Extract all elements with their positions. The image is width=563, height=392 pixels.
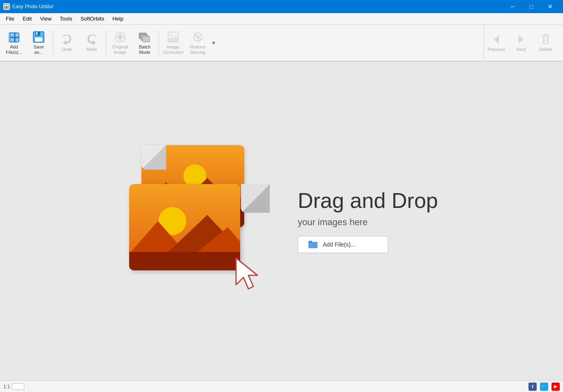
undo-icon (60, 33, 74, 46)
toolbar-undo-button[interactable]: Undo (55, 26, 79, 59)
folder-icon (308, 240, 318, 249)
toolbar-original-button[interactable]: Original Image (108, 26, 132, 59)
batch-icon (138, 30, 151, 44)
add-files-button[interactable]: Add File(s)... (298, 236, 388, 253)
reduce-icon (191, 30, 204, 44)
drop-zone-container: Drag and Drop your images here Add File(… (125, 145, 438, 297)
drop-illustration (125, 145, 273, 297)
toolbar-correction-button[interactable]: Image Correction (161, 26, 185, 59)
illustration-front-card (129, 184, 240, 270)
toolbar-save-button[interactable]: Save as... (26, 26, 51, 59)
save-icon (32, 30, 45, 44)
reduce-label: Reduce blurring (190, 44, 206, 55)
fold-corner-front (241, 184, 270, 213)
toolbar-delete-button[interactable]: Delete (533, 26, 558, 59)
main-content[interactable]: Drag and Drop your images here Add File(… (0, 62, 563, 380)
drag-drop-subtitle: your images here (298, 217, 438, 228)
svg-marker-21 (494, 35, 499, 44)
menu-softorbits[interactable]: SoftOrbits (76, 14, 109, 23)
zoom-indicator (12, 383, 24, 390)
next-label: Next (517, 47, 526, 52)
svg-rect-8 (35, 37, 43, 42)
toolbar-previous-button[interactable]: Previous (484, 26, 509, 59)
menubar: File Edit View Tools SoftOrbits Help (0, 13, 563, 25)
sep2 (106, 30, 106, 55)
app-icon (3, 3, 10, 10)
toolbar-redo-button[interactable]: Redo (79, 26, 104, 59)
menu-file[interactable]: File (2, 14, 19, 23)
correction-icon (167, 30, 180, 44)
original-label: Original Image (112, 44, 128, 55)
minimize-button[interactable]: ─ (503, 0, 522, 13)
delete-icon (539, 33, 552, 46)
twitter-icon[interactable]: 🐦 (540, 383, 548, 391)
next-icon (514, 33, 528, 46)
sep1 (53, 30, 53, 55)
toolbar-next-button[interactable]: Next (509, 26, 533, 59)
drop-text-area: Drag and Drop your images here Add File(… (298, 189, 438, 253)
add-icon (7, 30, 21, 44)
svg-marker-40 (236, 258, 257, 289)
correction-label: Image Correction (163, 44, 184, 55)
toolbar-right: Previous Next Delete (484, 25, 561, 61)
close-button[interactable]: ✕ (541, 0, 560, 13)
previous-label: Previous (488, 47, 505, 52)
toolbar-add-button[interactable]: Add File(s)... (2, 26, 26, 59)
original-icon (114, 30, 127, 44)
titlebar: Easy Photo Unblur ─ □ ✕ (0, 0, 563, 13)
svg-point-18 (170, 34, 173, 37)
batch-label: Batch Mode (139, 44, 151, 55)
youtube-icon[interactable]: ▶ (551, 383, 560, 391)
window-controls: ─ □ ✕ (503, 0, 560, 13)
toolbar: Add File(s)... Save as... Undo (0, 25, 563, 62)
cursor-icon (232, 256, 265, 293)
undo-label: Undo (62, 47, 72, 52)
svg-rect-9 (36, 32, 37, 35)
menu-help[interactable]: Help (108, 14, 127, 23)
save-label: Save as... (33, 44, 44, 55)
svg-rect-39 (129, 252, 240, 270)
svg-marker-22 (519, 35, 524, 44)
menu-tools[interactable]: Tools (56, 14, 76, 23)
menu-edit[interactable]: Edit (19, 14, 36, 23)
menu-view[interactable]: View (36, 14, 56, 23)
redo-label: Redo (86, 47, 97, 52)
drag-drop-title: Drag and Drop (298, 189, 438, 212)
previous-icon (490, 33, 503, 46)
add-files-label: Add File(s)... (323, 241, 355, 248)
toolbar-group-main: Add File(s)... Save as... Undo (2, 25, 217, 61)
facebook-icon[interactable]: f (528, 383, 537, 391)
toolbar-more-button[interactable]: ▾ (210, 26, 217, 59)
statusbar-right: f 🐦 ▶ (528, 383, 560, 391)
svg-rect-7 (35, 32, 40, 36)
svg-point-3 (6, 5, 7, 7)
toolbar-batch-button[interactable]: Batch Mode (132, 26, 157, 59)
fold-corner-back (141, 145, 166, 170)
redo-icon (85, 33, 98, 46)
statusbar: 1:1 f 🐦 ▶ (0, 380, 563, 392)
delete-label: Delete (539, 47, 552, 52)
toolbar-reduce-button[interactable]: Reduce blurring (185, 26, 210, 59)
maximize-button[interactable]: □ (522, 0, 541, 13)
add-label: Add File(s)... (6, 44, 22, 55)
svg-rect-16 (142, 36, 150, 42)
zoom-level: 1:1 (3, 384, 10, 390)
window-title: Easy Photo Unblur (12, 4, 503, 9)
sep3 (159, 30, 159, 55)
svg-rect-23 (543, 36, 548, 44)
